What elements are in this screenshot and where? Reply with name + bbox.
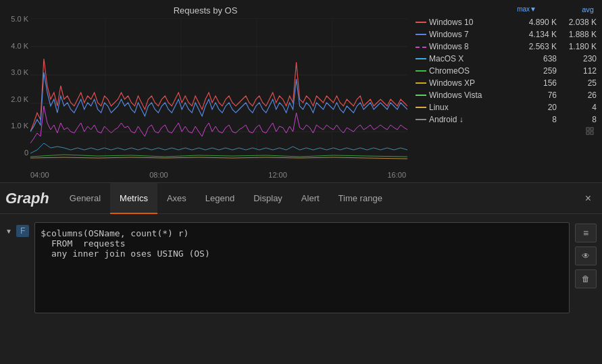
legend-item-name: Linux bbox=[429, 103, 517, 112]
legend-item-max: 8 bbox=[520, 115, 557, 124]
legend-color-swatch bbox=[416, 70, 426, 72]
legend-color-swatch bbox=[416, 58, 426, 59]
legend-item-avg: 8 bbox=[559, 115, 597, 124]
delete-button[interactable]: 🗑 bbox=[575, 269, 597, 288]
tab-time-range[interactable]: Time range bbox=[329, 183, 392, 214]
collapse-button[interactable]: ▼ bbox=[5, 228, 12, 235]
y-label-1k: 1.0 K bbox=[0, 122, 28, 130]
bottom-panel: Graph General Metrics Axes Legend Displa… bbox=[0, 183, 602, 364]
chart-area: Requests by OS 5.0 K 4.0 K 3.0 K 2.0 K 1… bbox=[0, 0, 413, 182]
svg-rect-13 bbox=[586, 132, 589, 134]
legend-row: Windows 82.563 K1.180 K bbox=[416, 41, 597, 53]
x-axis-labels: 04:00 08:00 12:00 16:00 bbox=[30, 171, 406, 179]
legend-row: ChromeOS259112 bbox=[416, 65, 597, 77]
graph-label: Graph bbox=[5, 190, 49, 207]
chart-title: Requests by OS bbox=[30, 5, 407, 16]
tab-display[interactable]: Display bbox=[244, 183, 292, 214]
legend-item-name: Windows XP bbox=[429, 78, 517, 88]
legend-rows: Windows 104.890 K2.038 KWindows 74.134 K… bbox=[416, 16, 597, 126]
legend-item-avg: 112 bbox=[559, 66, 597, 76]
legend-item-max: 4.134 K bbox=[520, 30, 557, 39]
x-label-0800: 08:00 bbox=[149, 171, 168, 179]
legend-item-max: 156 bbox=[520, 78, 557, 88]
legend-item-name: MacOS X bbox=[429, 54, 517, 63]
tab-alert[interactable]: Alert bbox=[292, 183, 329, 214]
y-axis-labels: 5.0 K 4.0 K 3.0 K 2.0 K 1.0 K 0 bbox=[0, 15, 28, 157]
legend-item-max: 638 bbox=[520, 54, 557, 63]
legend-item-name: Android ↓ bbox=[429, 115, 517, 124]
y-label-2k: 2.0 K bbox=[0, 95, 28, 103]
svg-rect-14 bbox=[591, 132, 593, 134]
tab-metrics[interactable]: Metrics bbox=[110, 183, 157, 214]
legend-panel: max▼ avg Windows 104.890 K2.038 KWindows… bbox=[413, 0, 602, 182]
legend-header: max▼ avg bbox=[416, 5, 597, 14]
legend-color-swatch bbox=[416, 47, 426, 48]
close-button[interactable]: × bbox=[580, 190, 597, 207]
legend-color-swatch bbox=[416, 22, 426, 23]
legend-item-name: Windows 8 bbox=[429, 42, 517, 51]
chart-section: Requests by OS 5.0 K 4.0 K 3.0 K 2.0 K 1… bbox=[0, 0, 602, 182]
legend-item-name: ChromeOS bbox=[429, 66, 517, 76]
legend-item-max: 4.890 K bbox=[520, 18, 557, 27]
chart-expand-icon[interactable] bbox=[586, 127, 594, 135]
legend-item-avg: 2.038 K bbox=[559, 18, 597, 27]
legend-item-avg: 4 bbox=[559, 103, 597, 112]
legend-item-avg: 1.180 K bbox=[559, 42, 597, 51]
legend-row: Windows 104.890 K2.038 K bbox=[416, 16, 597, 28]
legend-item-max: 259 bbox=[520, 66, 557, 76]
legend-item-avg: 230 bbox=[559, 54, 597, 63]
x-label-1200: 12:00 bbox=[268, 171, 287, 179]
legend-row: Linux204 bbox=[416, 101, 597, 113]
legend-color-swatch bbox=[416, 107, 426, 108]
query-editor: ▼ F ≡ 👁 🗑 bbox=[0, 214, 602, 323]
query-controls-left: ▼ F bbox=[5, 222, 29, 237]
legend-item-name: Windows Vista bbox=[429, 90, 517, 100]
tab-general[interactable]: General bbox=[60, 183, 110, 214]
eye-icon: 👁 bbox=[582, 251, 590, 261]
x-label-1600: 16:00 bbox=[387, 171, 406, 179]
legend-item-avg: 1.888 K bbox=[559, 30, 597, 39]
svg-rect-10 bbox=[586, 127, 594, 135]
trash-icon: 🗑 bbox=[582, 274, 590, 284]
legend-row: MacOS X638230 bbox=[416, 53, 597, 65]
query-textarea[interactable] bbox=[34, 222, 570, 313]
legend-color-swatch bbox=[416, 119, 426, 120]
query-textarea-wrapper bbox=[34, 222, 570, 315]
legend-color-swatch bbox=[416, 82, 426, 84]
legend-item-avg: 26 bbox=[559, 90, 597, 100]
y-label-4k: 4.0 K bbox=[0, 42, 28, 50]
tab-axes[interactable]: Axes bbox=[157, 183, 196, 214]
eye-button[interactable]: 👁 bbox=[575, 246, 597, 265]
tab-legend[interactable]: Legend bbox=[196, 183, 244, 214]
legend-color-swatch bbox=[416, 95, 426, 96]
svg-rect-11 bbox=[586, 128, 589, 130]
legend-row: Windows Vista7626 bbox=[416, 89, 597, 101]
query-actions: ≡ 👁 🗑 bbox=[575, 222, 597, 288]
x-label-0400: 04:00 bbox=[30, 171, 49, 179]
legend-item-name: Windows 10 bbox=[429, 18, 517, 27]
legend-item-max: 76 bbox=[520, 90, 557, 100]
menu-button[interactable]: ≡ bbox=[575, 224, 597, 242]
svg-rect-12 bbox=[591, 128, 593, 130]
legend-item-max: 20 bbox=[520, 103, 557, 112]
y-label-5k: 5.0 K bbox=[0, 15, 28, 23]
y-label-3k: 3.0 K bbox=[0, 68, 28, 76]
chart-canvas bbox=[30, 18, 407, 160]
legend-row: Windows 74.134 K1.888 K bbox=[416, 28, 597, 41]
chart-svg bbox=[30, 18, 407, 160]
legend-row: Android ↓88 bbox=[416, 113, 597, 126]
legend-item-max: 2.563 K bbox=[520, 42, 557, 51]
menu-icon: ≡ bbox=[583, 228, 588, 238]
y-label-0: 0 bbox=[0, 149, 28, 157]
legend-item-name: Windows 7 bbox=[429, 30, 517, 39]
legend-color-swatch bbox=[416, 34, 426, 35]
legend-item-avg: 25 bbox=[559, 78, 597, 88]
legend-row: Windows XP15625 bbox=[416, 77, 597, 89]
legend-max-header[interactable]: max▼ bbox=[499, 5, 536, 14]
tabs-bar: Graph General Metrics Axes Legend Displa… bbox=[0, 183, 602, 214]
legend-avg-header[interactable]: avg bbox=[557, 5, 594, 14]
metric-badge: F bbox=[16, 225, 29, 237]
